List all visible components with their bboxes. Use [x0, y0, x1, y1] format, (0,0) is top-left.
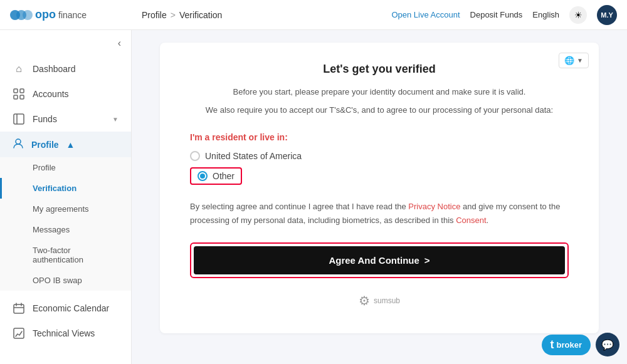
tbroker-badge[interactable]: t broker [542, 335, 591, 355]
chat-badge[interactable]: 💬 [596, 333, 619, 356]
chat-icon: 💬 [601, 339, 614, 351]
sidebar: ‹ ⌂ Dashboard Accounts Funds ▼ Profile ▲ [0, 30, 132, 364]
sidebar-item-verification[interactable]: Verification [0, 178, 131, 199]
sidebar-item-profile-header[interactable]: Profile ▲ [0, 132, 131, 157]
funds-icon [13, 113, 25, 125]
nav-right-section: Open Live Account Deposit Funds English … [391, 5, 617, 25]
agree-and-continue-button[interactable]: Agree And Continue > [194, 246, 565, 274]
sidebar-item-messages[interactable]: Messages [0, 219, 131, 240]
agree-button-label: Agree And Continue [329, 255, 419, 266]
option-usa-label: United States of America [205, 151, 302, 161]
verification-card: 🌐 ▼ Let's get you verified Before you st… [160, 43, 599, 333]
globe-language-button[interactable]: 🌐 ▼ [559, 53, 589, 68]
sidebar-label-technical-views: Technical Views [33, 328, 119, 338]
sidebar-item-funds[interactable]: Funds ▼ [0, 107, 131, 132]
svg-rect-7 [14, 114, 24, 124]
radio-usa-circle [190, 151, 200, 161]
verification-label: Verification [33, 184, 76, 193]
other-option-box: Other [190, 167, 242, 185]
economic-calendar-icon [13, 302, 25, 315]
sidebar-label-profile: Profile [31, 140, 59, 150]
sidebar-label-economic-calendar: Economic Calendar [33, 303, 119, 313]
logo-icon [10, 8, 33, 23]
profile-icon [13, 138, 24, 151]
profile-arrow-icon: ▲ [66, 140, 75, 150]
consent-prefix: By selecting agree and continue I agree … [190, 202, 408, 211]
radio-other-circle [198, 171, 208, 181]
language-selector[interactable]: English [532, 10, 559, 19]
sidebar-item-my-agreements[interactable]: My agreements [0, 199, 131, 219]
globe-arrow-icon: ▼ [577, 57, 583, 64]
option-other[interactable]: Other [190, 167, 569, 185]
agree-button-wrapper: Agree And Continue > [190, 242, 569, 278]
funds-arrow-icon: ▼ [112, 116, 119, 123]
verification-desc1: Before you start, please prepare your id… [190, 86, 569, 99]
sumsub-icon: ⚙ [359, 293, 370, 308]
svg-rect-3 [14, 89, 18, 93]
deposit-funds-link[interactable]: Deposit Funds [470, 10, 523, 19]
svg-rect-6 [20, 95, 24, 99]
svg-point-9 [16, 139, 21, 144]
avatar[interactable]: M.Y [597, 5, 617, 25]
breadcrumb-current: Verification [179, 10, 222, 20]
open-account-link[interactable]: Open Live Account [391, 10, 460, 19]
opo-ib-swap-label: OPO IB swap [33, 276, 82, 285]
accounts-icon [13, 88, 25, 100]
top-navigation: opo finance Profile > Verification Open … [0, 0, 627, 30]
sidebar-item-technical-views[interactable]: Technical Views [0, 321, 131, 346]
sumsub-label: sumsub [374, 296, 400, 305]
svg-rect-10 [14, 304, 24, 313]
two-factor-label: Two-factor authentication [33, 246, 119, 264]
privacy-notice-link[interactable]: Privacy Notice [408, 202, 460, 211]
my-agreements-label: My agreements [33, 204, 89, 214]
logo-finance-text: finance [58, 10, 87, 20]
verification-title: Let's get you verified [190, 63, 569, 76]
globe-icon: 🌐 [564, 56, 574, 65]
option-usa[interactable]: United States of America [190, 151, 569, 161]
sidebar-item-economic-calendar[interactable]: Economic Calendar [0, 296, 131, 321]
agree-button-arrow: > [424, 255, 430, 266]
sidebar-item-opo-ib-swap[interactable]: OPO IB swap [0, 270, 131, 291]
theme-toggle[interactable]: ☀ [569, 6, 587, 24]
tbroker-t-letter: t [551, 338, 554, 351]
logo-opo-text: opo [35, 8, 56, 21]
sidebar-item-accounts[interactable]: Accounts [0, 81, 131, 107]
breadcrumb: Profile > Verification [142, 10, 391, 20]
bottom-badges: t broker 💬 [542, 333, 619, 356]
consent-text: By selecting agree and continue I agree … [190, 200, 569, 227]
messages-label: Messages [33, 225, 70, 234]
profile-link-label: Profile [33, 163, 56, 172]
sidebar-item-profile-link[interactable]: Profile [0, 157, 131, 178]
sidebar-toggle[interactable]: ‹ [0, 30, 131, 56]
logo: opo finance [10, 8, 142, 23]
consent-link-element[interactable]: Consent [456, 216, 486, 225]
verification-desc2: We also require you to accept our T's&C'… [190, 104, 569, 117]
sumsub-footer: ⚙ sumsub [190, 293, 569, 308]
technical-views-icon [13, 327, 25, 340]
sidebar-label-accounts: Accounts [33, 89, 119, 99]
breadcrumb-separator: > [171, 10, 176, 20]
radio-other-inner [200, 174, 205, 179]
svg-rect-5 [14, 95, 18, 99]
sidebar-item-two-factor[interactable]: Two-factor authentication [0, 240, 131, 270]
svg-rect-4 [20, 89, 24, 93]
sidebar-label-funds: Funds [33, 114, 105, 124]
profile-submenu: Profile Verification My agreements Messa… [0, 157, 131, 291]
residency-options: United States of America Other [190, 151, 569, 185]
consent-suffix: . [487, 216, 489, 225]
breadcrumb-profile[interactable]: Profile [142, 10, 167, 20]
main-content: 🌐 ▼ Let's get you verified Before you st… [132, 30, 627, 364]
svg-point-2 [23, 10, 33, 20]
dashboard-icon: ⌂ [13, 63, 25, 75]
tbroker-label: broker [557, 340, 582, 350]
sidebar-label-dashboard: Dashboard [33, 64, 119, 74]
resident-label: I'm a resident or live in: [190, 132, 569, 142]
svg-rect-14 [14, 328, 24, 338]
sidebar-item-dashboard[interactable]: ⌂ Dashboard [0, 56, 131, 81]
option-other-label: Other [213, 171, 234, 181]
